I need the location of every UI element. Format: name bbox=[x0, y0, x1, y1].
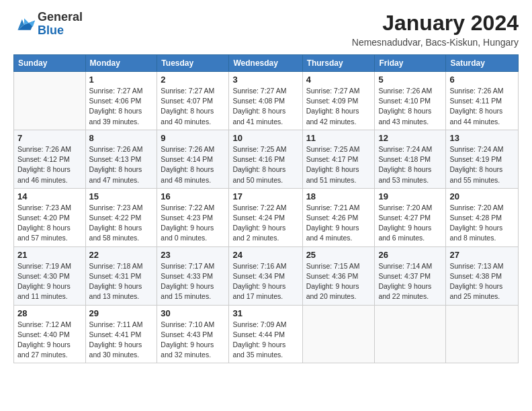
day-number-24: 24 bbox=[232, 250, 298, 260]
day-number-15: 15 bbox=[89, 191, 154, 201]
calendar-cell-4-4 bbox=[302, 305, 375, 363]
day-info-13: Sunrise: 7:24 AM Sunset: 4:19 PM Dayligh… bbox=[449, 144, 515, 185]
th-friday: Friday bbox=[375, 55, 446, 72]
calendar-cell-1-1: 8Sunrise: 7:26 AM Sunset: 4:13 PM Daylig… bbox=[85, 130, 157, 188]
logo-general-text: General bbox=[38, 11, 83, 24]
logo: General Blue bbox=[13, 11, 83, 38]
th-wednesday: Wednesday bbox=[229, 55, 302, 72]
day-info-30: Sunrise: 7:10 AM Sunset: 4:43 PM Dayligh… bbox=[161, 320, 225, 361]
day-number-5: 5 bbox=[378, 75, 442, 85]
day-number-4: 4 bbox=[306, 75, 371, 85]
calendar-cell-1-5: 12Sunrise: 7:24 AM Sunset: 4:18 PM Dayli… bbox=[375, 130, 446, 188]
day-info-11: Sunrise: 7:25 AM Sunset: 4:17 PM Dayligh… bbox=[306, 144, 371, 185]
logo-blue-text: Blue bbox=[38, 24, 83, 38]
day-info-28: Sunrise: 7:12 AM Sunset: 4:40 PM Dayligh… bbox=[17, 320, 82, 361]
week-row-2: 14Sunrise: 7:23 AM Sunset: 4:20 PM Dayli… bbox=[14, 188, 519, 246]
calendar-cell-1-0: 7Sunrise: 7:26 AM Sunset: 4:12 PM Daylig… bbox=[14, 130, 86, 188]
calendar-table: Sunday Monday Tuesday Wednesday Thursday… bbox=[13, 54, 519, 363]
day-info-6: Sunrise: 7:26 AM Sunset: 4:11 PM Dayligh… bbox=[449, 86, 515, 127]
calendar-cell-3-6: 27Sunrise: 7:13 AM Sunset: 4:38 PM Dayli… bbox=[446, 246, 519, 305]
day-number-13: 13 bbox=[449, 133, 515, 143]
th-sunday: Sunday bbox=[14, 55, 86, 72]
calendar-cell-4-1: 29Sunrise: 7:11 AM Sunset: 4:41 PM Dayli… bbox=[85, 305, 157, 363]
day-number-2: 2 bbox=[161, 75, 225, 85]
week-row-0: 1Sunrise: 7:27 AM Sunset: 4:06 PM Daylig… bbox=[14, 72, 519, 130]
calendar-cell-0-3: 3Sunrise: 7:27 AM Sunset: 4:08 PM Daylig… bbox=[229, 72, 302, 130]
day-number-26: 26 bbox=[378, 250, 442, 260]
calendar-cell-2-0: 14Sunrise: 7:23 AM Sunset: 4:20 PM Dayli… bbox=[14, 188, 86, 246]
calendar-header: Sunday Monday Tuesday Wednesday Thursday… bbox=[14, 55, 519, 72]
calendar-cell-1-4: 11Sunrise: 7:25 AM Sunset: 4:17 PM Dayli… bbox=[302, 130, 375, 188]
calendar-cell-4-2: 30Sunrise: 7:10 AM Sunset: 4:43 PM Dayli… bbox=[157, 305, 229, 363]
calendar-body: 1Sunrise: 7:27 AM Sunset: 4:06 PM Daylig… bbox=[14, 72, 519, 363]
day-info-19: Sunrise: 7:20 AM Sunset: 4:27 PM Dayligh… bbox=[378, 203, 442, 244]
day-number-11: 11 bbox=[306, 133, 371, 143]
day-info-23: Sunrise: 7:17 AM Sunset: 4:33 PM Dayligh… bbox=[161, 261, 225, 302]
weekday-header-row: Sunday Monday Tuesday Wednesday Thursday… bbox=[14, 55, 519, 72]
week-row-1: 7Sunrise: 7:26 AM Sunset: 4:12 PM Daylig… bbox=[14, 130, 519, 188]
day-number-22: 22 bbox=[89, 250, 154, 260]
day-info-18: Sunrise: 7:21 AM Sunset: 4:26 PM Dayligh… bbox=[306, 203, 371, 244]
calendar-cell-1-3: 10Sunrise: 7:25 AM Sunset: 4:16 PM Dayli… bbox=[229, 130, 302, 188]
day-info-24: Sunrise: 7:16 AM Sunset: 4:34 PM Dayligh… bbox=[232, 261, 298, 302]
day-info-2: Sunrise: 7:27 AM Sunset: 4:07 PM Dayligh… bbox=[161, 86, 225, 127]
day-info-31: Sunrise: 7:09 AM Sunset: 4:44 PM Dayligh… bbox=[232, 320, 298, 361]
day-number-18: 18 bbox=[306, 191, 371, 201]
day-number-20: 20 bbox=[449, 191, 515, 201]
day-info-1: Sunrise: 7:27 AM Sunset: 4:06 PM Dayligh… bbox=[89, 86, 154, 127]
logo-icon bbox=[13, 15, 35, 34]
calendar-cell-2-4: 18Sunrise: 7:21 AM Sunset: 4:26 PM Dayli… bbox=[302, 188, 375, 246]
day-number-28: 28 bbox=[17, 308, 82, 318]
day-number-21: 21 bbox=[17, 250, 82, 260]
day-number-25: 25 bbox=[306, 250, 371, 260]
day-info-9: Sunrise: 7:26 AM Sunset: 4:14 PM Dayligh… bbox=[161, 144, 225, 185]
th-thursday: Thursday bbox=[302, 55, 375, 72]
day-number-12: 12 bbox=[378, 133, 442, 143]
day-info-22: Sunrise: 7:18 AM Sunset: 4:31 PM Dayligh… bbox=[89, 261, 154, 302]
day-info-20: Sunrise: 7:20 AM Sunset: 4:28 PM Dayligh… bbox=[449, 203, 515, 244]
day-number-19: 19 bbox=[378, 191, 442, 201]
day-number-7: 7 bbox=[17, 133, 82, 143]
calendar-cell-3-3: 24Sunrise: 7:16 AM Sunset: 4:34 PM Dayli… bbox=[229, 246, 302, 305]
day-number-1: 1 bbox=[89, 75, 154, 85]
day-info-25: Sunrise: 7:15 AM Sunset: 4:36 PM Dayligh… bbox=[306, 261, 371, 302]
calendar-cell-4-6 bbox=[446, 305, 519, 363]
day-info-26: Sunrise: 7:14 AM Sunset: 4:37 PM Dayligh… bbox=[378, 261, 442, 302]
day-info-15: Sunrise: 7:23 AM Sunset: 4:22 PM Dayligh… bbox=[89, 203, 154, 244]
day-info-7: Sunrise: 7:26 AM Sunset: 4:12 PM Dayligh… bbox=[17, 144, 82, 185]
calendar-cell-2-2: 16Sunrise: 7:22 AM Sunset: 4:23 PM Dayli… bbox=[157, 188, 229, 246]
location: Nemesnadudvar, Bacs-Kiskun, Hungary bbox=[352, 37, 519, 48]
day-info-10: Sunrise: 7:25 AM Sunset: 4:16 PM Dayligh… bbox=[232, 144, 298, 185]
th-monday: Monday bbox=[85, 55, 157, 72]
day-number-29: 29 bbox=[89, 308, 154, 318]
day-info-4: Sunrise: 7:27 AM Sunset: 4:09 PM Dayligh… bbox=[306, 86, 371, 127]
calendar-cell-3-0: 21Sunrise: 7:19 AM Sunset: 4:30 PM Dayli… bbox=[14, 246, 86, 305]
calendar-cell-1-2: 9Sunrise: 7:26 AM Sunset: 4:14 PM Daylig… bbox=[157, 130, 229, 188]
calendar-cell-3-5: 26Sunrise: 7:14 AM Sunset: 4:37 PM Dayli… bbox=[375, 246, 446, 305]
day-info-27: Sunrise: 7:13 AM Sunset: 4:38 PM Dayligh… bbox=[449, 261, 515, 302]
day-info-21: Sunrise: 7:19 AM Sunset: 4:30 PM Dayligh… bbox=[17, 261, 82, 302]
day-number-9: 9 bbox=[161, 133, 225, 143]
header: General Blue January 2024 Nemesnadudvar,… bbox=[13, 11, 519, 48]
week-row-3: 21Sunrise: 7:19 AM Sunset: 4:30 PM Dayli… bbox=[14, 246, 519, 305]
day-info-12: Sunrise: 7:24 AM Sunset: 4:18 PM Dayligh… bbox=[378, 144, 442, 185]
calendar-cell-2-5: 19Sunrise: 7:20 AM Sunset: 4:27 PM Dayli… bbox=[375, 188, 446, 246]
day-number-14: 14 bbox=[17, 191, 82, 201]
day-number-31: 31 bbox=[232, 308, 298, 318]
calendar-cell-4-3: 31Sunrise: 7:09 AM Sunset: 4:44 PM Dayli… bbox=[229, 305, 302, 363]
day-number-8: 8 bbox=[89, 133, 154, 143]
day-info-17: Sunrise: 7:22 AM Sunset: 4:24 PM Dayligh… bbox=[232, 203, 298, 244]
calendar-cell-0-1: 1Sunrise: 7:27 AM Sunset: 4:06 PM Daylig… bbox=[85, 72, 157, 130]
day-info-5: Sunrise: 7:26 AM Sunset: 4:10 PM Dayligh… bbox=[378, 86, 442, 127]
month-title: January 2024 bbox=[352, 11, 519, 36]
day-number-16: 16 bbox=[161, 191, 225, 201]
day-number-23: 23 bbox=[161, 250, 225, 260]
title-block: January 2024 Nemesnadudvar, Bacs-Kiskun,… bbox=[352, 11, 519, 48]
calendar-cell-2-1: 15Sunrise: 7:23 AM Sunset: 4:22 PM Dayli… bbox=[85, 188, 157, 246]
day-number-27: 27 bbox=[449, 250, 515, 260]
calendar-cell-0-0 bbox=[14, 72, 86, 130]
day-info-8: Sunrise: 7:26 AM Sunset: 4:13 PM Dayligh… bbox=[89, 144, 154, 185]
day-number-17: 17 bbox=[232, 191, 298, 201]
calendar-cell-0-5: 5Sunrise: 7:26 AM Sunset: 4:10 PM Daylig… bbox=[375, 72, 446, 130]
day-number-6: 6 bbox=[449, 75, 515, 85]
